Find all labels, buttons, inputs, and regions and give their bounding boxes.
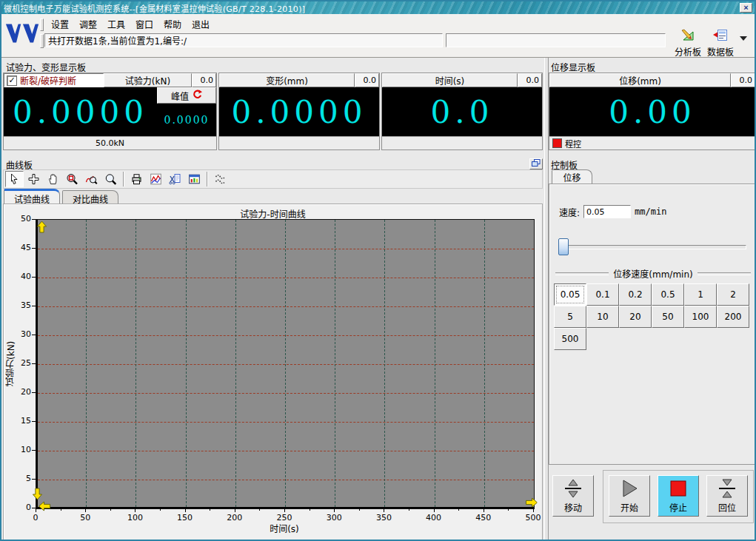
- curve-toolbar: [3, 169, 543, 189]
- zoom-rect-icon[interactable]: [63, 171, 81, 187]
- x-minor-tick-mark: [508, 508, 509, 511]
- y-tick-label: 25: [9, 358, 31, 368]
- speed-option-0.2[interactable]: 0.2: [619, 283, 652, 306]
- displacement-channel-header[interactable]: 位移(mm): [549, 73, 731, 87]
- app-logo-icon: [5, 19, 39, 48]
- x-tick-mark: [85, 508, 86, 512]
- speed-option-0.5[interactable]: 0.5: [652, 283, 684, 306]
- deform-value-display: 0.0000: [219, 87, 379, 136]
- titlebar: 微机控制电子万能试验机测控系统--[金属材料室温拉伸试验(GB/T 228.1-…: [1, 1, 755, 14]
- speed-option-20[interactable]: 20: [619, 306, 652, 328]
- time-channel-header[interactable]: 时间(s): [382, 73, 518, 87]
- control-tab-label: 位移: [563, 171, 581, 184]
- peak-reset-icon[interactable]: [193, 90, 202, 101]
- x-gridline: [484, 220, 485, 507]
- menu-item-5[interactable]: 退出: [187, 16, 215, 32]
- status-text: 共打开数据1条,当前位置为1,编号:/: [48, 34, 187, 47]
- axis-limit-up-arrow-icon[interactable]: [37, 221, 47, 233]
- menu-item-4[interactable]: 帮助: [158, 16, 187, 32]
- speed-option-200[interactable]: 200: [717, 306, 749, 328]
- x-tick-label: 100: [122, 513, 147, 522]
- break-judge-checkbox[interactable]: ✓: [7, 75, 17, 86]
- speed-option-10[interactable]: 10: [586, 306, 619, 328]
- y-gridline: [38, 278, 534, 278]
- force-channel-header[interactable]: 试验力(kN): [104, 73, 192, 87]
- speed-option-0.05[interactable]: 0.05: [554, 283, 586, 306]
- curve-tab-0[interactable]: 试验曲线: [4, 189, 60, 204]
- break-judge-option[interactable]: ✓ 断裂/破碎判断: [4, 73, 104, 87]
- print-icon[interactable]: [127, 171, 146, 187]
- curve-restore-button[interactable]: [529, 158, 543, 169]
- speed-option-50[interactable]: 50: [652, 306, 684, 328]
- speed-option-2[interactable]: 2: [717, 283, 749, 306]
- y-tick-label: 0: [9, 503, 31, 512]
- window-title: 微机控制电子万能试验机测控系统--[金属材料室温拉伸试验(GB/T 228.1-…: [4, 2, 305, 14]
- close-button[interactable]: ×: [740, 3, 752, 13]
- chart-plot[interactable]: [36, 219, 535, 509]
- zoom-curve-icon[interactable]: [82, 171, 101, 187]
- speed-option-5[interactable]: 5: [554, 306, 586, 328]
- move-cross-icon[interactable]: [24, 171, 43, 187]
- curve-chart-icon[interactable]: [147, 171, 165, 187]
- menu-item-0[interactable]: 设置: [46, 16, 74, 32]
- speed-grid: 0.050.10.20.5125102050100200500: [554, 283, 751, 350]
- x-minor-tick-mark: [259, 508, 260, 511]
- y-tick-mark: [32, 450, 36, 451]
- move-button[interactable]: 移动: [552, 475, 594, 517]
- toolbar-separator: [123, 172, 124, 187]
- x-minor-tick-mark: [310, 508, 310, 511]
- deform-channel-header[interactable]: 变形(mm): [219, 73, 355, 87]
- status-box-secondary: [446, 33, 666, 47]
- start-button-label: 开始: [620, 501, 638, 514]
- analysis-board-button[interactable]: 分析板: [675, 29, 701, 58]
- speed-input[interactable]: [583, 205, 631, 218]
- copy-curve-icon[interactable]: [166, 171, 184, 187]
- more-dropdown-arrow[interactable]: [740, 36, 747, 41]
- axis-limit-left-arrow-icon[interactable]: [39, 502, 51, 511]
- data-board-button[interactable]: 数据板: [707, 29, 734, 58]
- stop-button[interactable]: 停止: [658, 475, 699, 517]
- select-pattern-icon[interactable]: [211, 171, 230, 187]
- x-tick-mark: [533, 508, 534, 512]
- y-tick-mark: [32, 363, 36, 364]
- y-gridline: [38, 249, 534, 249]
- y-tick-mark: [32, 479, 36, 480]
- axis-limit-right-arrow-icon[interactable]: [526, 498, 538, 508]
- menu-item-3[interactable]: 窗口: [130, 16, 158, 32]
- y-tick-mark: [32, 306, 36, 306]
- y-tick-mark: [32, 335, 36, 335]
- y-tick-label: 20: [9, 387, 31, 397]
- panel-icon[interactable]: [185, 171, 204, 187]
- speed-option-100[interactable]: 100: [684, 306, 717, 328]
- menu-item-1[interactable]: 调整: [74, 16, 102, 32]
- data-board-label: 数据板: [707, 45, 734, 58]
- move-arrows-icon: [563, 479, 583, 500]
- speed-option-0.1[interactable]: 0.1: [586, 283, 619, 306]
- start-button[interactable]: 开始: [609, 475, 650, 517]
- menu-item-2[interactable]: 工具: [102, 16, 130, 32]
- control-tab-displacement[interactable]: 位移: [552, 169, 592, 184]
- speed-slider-thumb[interactable]: [558, 238, 569, 255]
- time-value-display: 0.0: [382, 87, 542, 136]
- restore-window-icon: [532, 158, 541, 169]
- y-tick-label: 40: [9, 272, 31, 281]
- curve-tab-1[interactable]: 对比曲线: [62, 190, 118, 204]
- speed-slider-track[interactable]: [560, 245, 746, 249]
- zoom-out-icon[interactable]: [101, 171, 120, 187]
- x-tick-mark: [484, 508, 484, 512]
- analysis-board-icon: [680, 29, 696, 44]
- speed-option-1[interactable]: 1: [684, 283, 717, 306]
- x-tick-label: 400: [421, 513, 446, 522]
- cursor-icon[interactable]: [5, 171, 24, 187]
- play-icon: [620, 479, 639, 500]
- return-button[interactable]: 回位: [706, 475, 748, 517]
- y-gridline: [38, 393, 534, 394]
- panel-splitter[interactable]: [544, 58, 549, 540]
- x-gridline: [235, 220, 236, 507]
- control-tab-page: 速度: mm/min 位移速度(mm/min) 0.050.10.20.5125…: [549, 184, 756, 465]
- pan-hand-icon[interactable]: [44, 171, 62, 187]
- display-board-title: 试验力、变形显示板: [6, 61, 86, 73]
- speed-option-500[interactable]: 500: [554, 328, 586, 350]
- axis-limit-down-arrow-icon[interactable]: [33, 488, 42, 500]
- x-tick-label: 300: [321, 513, 347, 522]
